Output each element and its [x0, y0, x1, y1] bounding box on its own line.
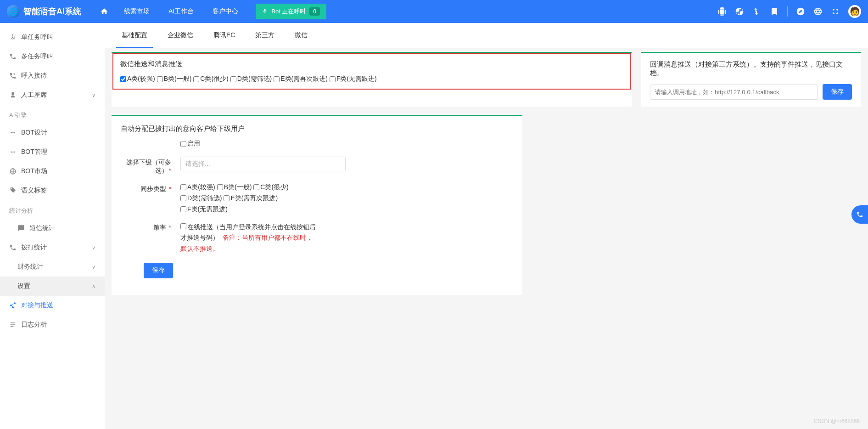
- nav-item-customer[interactable]: 客户中心: [204, 0, 246, 23]
- checkbox[interactable]: [180, 195, 186, 201]
- main-content: 基础配置 企业微信 腾讯EC 第三方 微信 微信推送和消息推送 A类(较强) B…: [105, 23, 868, 429]
- top-header: 🌐 智能语音AI系统 线索市场 AI工作台 客户中心 Bot 正在呼叫 0 🧑: [0, 0, 868, 23]
- checkbox[interactable]: [274, 76, 280, 82]
- checkbox[interactable]: [217, 184, 223, 190]
- sidebar-item-sms-stat[interactable]: 短信统计: [0, 219, 105, 238]
- aperture-icon[interactable]: [735, 7, 744, 16]
- logo-icon: 🌐: [7, 5, 20, 18]
- nav-item-workbench[interactable]: AI工作台: [160, 0, 202, 23]
- sync-check-c[interactable]: C类(很少): [253, 183, 288, 192]
- watermark: CSDN @hr668866: [814, 418, 860, 424]
- checkbox[interactable]: [120, 76, 126, 82]
- bookmark-icon[interactable]: [770, 7, 779, 16]
- sidebar-label: 设置: [17, 282, 87, 290]
- app-logo[interactable]: 🌐 智能语音AI系统: [7, 5, 81, 18]
- float-phone-button[interactable]: [851, 205, 868, 224]
- sidebar-item-semantic-tag[interactable]: 语义标签: [0, 181, 105, 200]
- android-icon[interactable]: [717, 7, 727, 16]
- sync-check-e[interactable]: E类(需再次跟进): [224, 194, 278, 203]
- nav-item-market[interactable]: 线索市场: [116, 0, 158, 23]
- sync-check-a[interactable]: A类(较强): [180, 183, 215, 192]
- sidebar-label: 日志分析: [21, 321, 95, 329]
- chat-icon: [17, 225, 25, 232]
- globe-icon: [9, 168, 17, 175]
- top-nav: 线索市场 AI工作台 客户中心: [95, 0, 246, 23]
- tab-enterprise-wechat[interactable]: 企业微信: [157, 23, 203, 48]
- globe-icon[interactable]: [813, 7, 823, 16]
- config-tabs: 基础配置 企业微信 腾讯EC 第三方 微信: [105, 23, 868, 48]
- push-category-checks: A类(较强) B类(一般) C类(很少) D类(需筛选) E类(需再次跟进) F…: [120, 75, 623, 83]
- sync-check-d[interactable]: D类(需筛选): [180, 194, 222, 203]
- panel-title: 回调消息推送（对接第三方系统）。支持的事件推送，见接口文档。: [650, 60, 852, 78]
- sidebar-label: 对接与推送: [21, 301, 95, 310]
- sidebar-item-settings[interactable]: 设置 ∧: [0, 277, 105, 296]
- panel-title: 自动分配已拨打出的意向客户给下级用户: [121, 124, 513, 133]
- checkbox[interactable]: [253, 184, 259, 190]
- check-a-strong[interactable]: A类(较强): [120, 75, 155, 83]
- compass-icon[interactable]: [796, 7, 805, 16]
- panel-title: 微信推送和消息推送: [120, 60, 623, 68]
- sidebar-item-multi-call[interactable]: 多任务呼叫: [0, 47, 105, 66]
- checkbox[interactable]: [157, 76, 163, 82]
- panel-callback: 回调消息推送（对接第三方系统）。支持的事件推送，见接口文档。 保存: [641, 52, 861, 107]
- sidebar-item-incoming[interactable]: 呼入接待: [0, 66, 105, 85]
- share-icon: [9, 302, 17, 309]
- divider-icon: [787, 6, 788, 17]
- tab-tencent-ec[interactable]: 腾讯EC: [203, 23, 245, 48]
- save-assign-button[interactable]: 保存: [144, 263, 173, 278]
- panel-wechat-push: 微信推送和消息推送 A类(较强) B类(一般) C类(很少) D类(需筛选) E…: [112, 52, 632, 107]
- sidebar-label: BOT设计: [21, 129, 95, 137]
- form-label-sync-type: 同步类型 *: [121, 183, 180, 214]
- home-icon[interactable]: [95, 0, 113, 23]
- checkbox[interactable]: [330, 76, 336, 82]
- fullscreen-icon[interactable]: [831, 7, 840, 16]
- bot-icon: [9, 148, 17, 156]
- sidebar-item-log-analysis[interactable]: 日志分析: [0, 315, 105, 334]
- sidebar-item-human-seat[interactable]: 人工座席 ∨: [0, 85, 105, 105]
- checkbox[interactable]: [224, 195, 230, 201]
- phone-icon: [9, 53, 17, 60]
- check-c-few[interactable]: C类(很少): [193, 75, 228, 83]
- sidebar-item-integration-push[interactable]: 对接与推送: [0, 296, 105, 315]
- sidebar-label: 人工座席: [21, 91, 87, 99]
- sidebar-item-bot-manage[interactable]: BOT管理: [0, 142, 105, 162]
- panel-auto-assign: 自动分配已拨打出的意向客户给下级用户 启用 选择下级（可多选）* 请选择... …: [112, 115, 522, 295]
- sync-check-f[interactable]: F类(无需跟进): [180, 205, 228, 214]
- highlight-box: 微信推送和消息推送 A类(较强) B类(一般) C类(很少) D类(需筛选) E…: [112, 53, 631, 90]
- sidebar-label: 单任务呼叫: [21, 33, 95, 41]
- sidebar-item-dial-stat[interactable]: 拨打统计 ∨: [0, 238, 105, 257]
- chevron-up-icon: ∧: [92, 283, 95, 289]
- phone-icon: [9, 244, 17, 251]
- checkbox[interactable]: [180, 141, 186, 147]
- tab-basic-config[interactable]: 基础配置: [112, 23, 157, 48]
- sidebar-item-single-call[interactable]: 单任务呼叫: [0, 28, 105, 47]
- checkbox[interactable]: [180, 206, 186, 212]
- check-enable[interactable]: 启用: [180, 140, 200, 148]
- form-label-strategy: 策率 *: [121, 222, 180, 254]
- save-callback-button[interactable]: 保存: [823, 84, 852, 100]
- transfer-icon[interactable]: [752, 7, 762, 16]
- user-avatar[interactable]: 🧑: [848, 5, 861, 18]
- check-d-filter[interactable]: D类(需筛选): [230, 75, 272, 83]
- checkbox[interactable]: [180, 184, 186, 190]
- callback-url-input[interactable]: [650, 85, 818, 100]
- checkbox[interactable]: [193, 76, 199, 82]
- incoming-call-icon: [9, 72, 17, 79]
- sidebar-label: 多任务呼叫: [21, 52, 95, 61]
- sidebar-item-bot-market[interactable]: BOT市场: [0, 162, 105, 181]
- checkbox[interactable]: [180, 223, 186, 229]
- tab-third-party[interactable]: 第三方: [245, 23, 285, 48]
- sync-check-b[interactable]: B类(一般): [217, 183, 252, 192]
- sidebar-label: 呼入接待: [21, 72, 95, 80]
- sidebar-label: 短信统计: [29, 224, 95, 232]
- bot-status-badge[interactable]: Bot 正在呼叫 0: [256, 4, 326, 19]
- check-b-normal[interactable]: B类(一般): [157, 75, 192, 83]
- sidebar-item-finance-stat[interactable]: 财务统计 ∨: [0, 257, 105, 277]
- sidebar-item-bot-design[interactable]: BOT设计: [0, 123, 105, 142]
- check-e-followup[interactable]: E类(需再次跟进): [274, 75, 328, 83]
- checkbox[interactable]: [230, 76, 236, 82]
- check-f-nofollow[interactable]: F类(无需跟进): [330, 75, 377, 83]
- select-subordinate[interactable]: 请选择...: [180, 157, 346, 171]
- tag-icon: [9, 187, 17, 194]
- tab-wechat[interactable]: 微信: [285, 23, 318, 48]
